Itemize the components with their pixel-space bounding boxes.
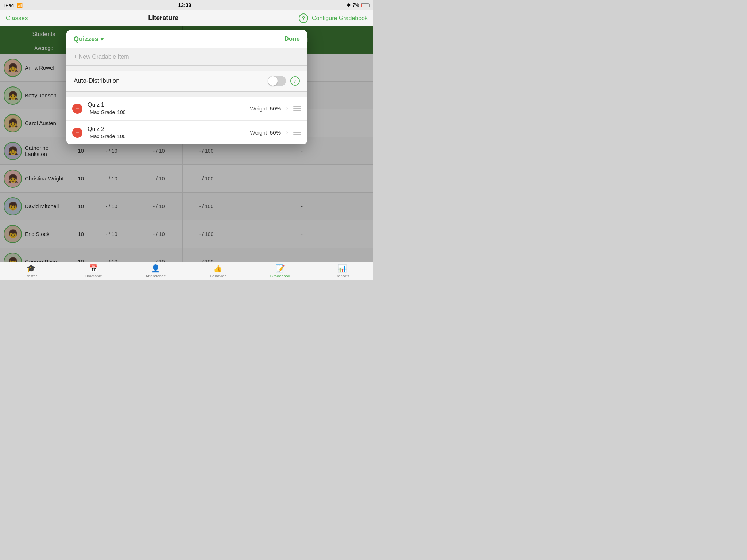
tab-roster[interactable]: 🎓 Roster xyxy=(0,262,62,280)
status-right: ✱ 7% xyxy=(347,3,369,8)
spacer2 xyxy=(66,92,307,97)
battery-label: 7% xyxy=(353,3,359,8)
behavior-icon: 👍 xyxy=(213,264,222,273)
gradebook-icon: 📝 xyxy=(276,264,285,273)
timetable-icon: 📅 xyxy=(89,264,98,273)
new-item-section: + New Gradable Item xyxy=(66,48,307,66)
tab-attendance-label: Attendance xyxy=(146,274,166,278)
quiz1-weight-label: Weight xyxy=(250,105,267,112)
tab-gradebook[interactable]: 📝 Gradebook xyxy=(249,262,311,280)
tab-roster-label: Roster xyxy=(25,274,37,278)
delete-quiz1-button[interactable]: − xyxy=(72,104,82,114)
quiz-items-section: − Quiz 1 Max Grade100 Weight 50% › xyxy=(66,97,307,144)
info-icon[interactable]: i xyxy=(290,76,300,86)
quiz-modal: Quizzes ▾ Done + New Gradable Item Auto-… xyxy=(66,30,307,144)
main-content: Students Average 👧 Anna Rowell 10 👧 Bett… xyxy=(0,26,374,262)
quiz1-maxgrade: Max Grade100 xyxy=(88,109,245,115)
auto-dist-controls: i xyxy=(268,76,300,86)
quiz1-info: Quiz 1 Max Grade100 xyxy=(88,102,245,115)
quiz2-weight: Weight 50% xyxy=(250,129,281,136)
auto-distribution-section: Auto-Distribution i xyxy=(66,71,307,92)
new-gradable-item-button[interactable]: + New Gradable Item xyxy=(74,54,129,60)
toggle-thumb xyxy=(268,76,278,86)
ipad-label: iPad xyxy=(4,3,14,8)
classes-back-button[interactable]: Classes xyxy=(6,15,28,22)
quiz2-maxgrade: Max Grade100 xyxy=(88,133,245,139)
reports-icon: 📊 xyxy=(338,264,347,273)
nav-right: ? Configure Gradebook xyxy=(299,13,368,23)
tab-reports-label: Reports xyxy=(335,274,349,278)
configure-gradebook-button[interactable]: Configure Gradebook xyxy=(312,15,368,22)
bluetooth-icon: ✱ xyxy=(347,3,351,8)
quiz1-name: Quiz 1 xyxy=(88,102,245,108)
delete-quiz2-button[interactable]: − xyxy=(72,128,82,138)
quiz-item-2: − Quiz 2 Max Grade100 Weight 50% › xyxy=(66,121,307,144)
tab-behavior-label: Behavior xyxy=(210,274,226,278)
quiz2-name: Quiz 2 xyxy=(88,126,245,132)
quiz2-drag-handle[interactable] xyxy=(293,131,301,135)
spacer1 xyxy=(66,66,307,71)
tab-bar: 🎓 Roster 📅 Timetable 👤 Attendance 👍 Beha… xyxy=(0,262,374,280)
quiz2-weight-value: 50% xyxy=(270,129,281,136)
quiz1-weight-value: 50% xyxy=(270,105,281,112)
quiz-item-1: − Quiz 1 Max Grade100 Weight 50% › xyxy=(66,97,307,121)
auto-distribution-label: Auto-Distribution xyxy=(74,77,120,85)
roster-icon: 🎓 xyxy=(27,264,36,273)
wifi-icon: 📶 xyxy=(17,3,23,8)
attendance-icon: 👤 xyxy=(151,264,160,273)
quiz1-weight: Weight 50% xyxy=(250,105,281,112)
quiz2-chevron-icon[interactable]: › xyxy=(286,129,288,136)
tab-attendance[interactable]: 👤 Attendance xyxy=(124,262,187,280)
tab-gradebook-label: Gradebook xyxy=(270,274,290,278)
done-button[interactable]: Done xyxy=(285,35,300,43)
modal-overlay: Quizzes ▾ Done + New Gradable Item Auto-… xyxy=(0,26,374,262)
page-title: Literature xyxy=(148,14,178,22)
quiz2-info: Quiz 2 Max Grade100 xyxy=(88,126,245,139)
quiz2-weight-label: Weight xyxy=(250,129,267,136)
status-time: 12:39 xyxy=(178,2,191,8)
battery-icon xyxy=(361,3,369,7)
tab-reports[interactable]: 📊 Reports xyxy=(311,262,374,280)
nav-bar: Classes Literature ? Configure Gradebook xyxy=(0,10,374,26)
quiz1-drag-handle[interactable] xyxy=(293,106,301,111)
quiz1-chevron-icon[interactable]: › xyxy=(286,105,288,112)
quizzes-dropdown-button[interactable]: Quizzes ▾ xyxy=(74,35,104,43)
help-button[interactable]: ? xyxy=(299,13,308,23)
tab-timetable-label: Timetable xyxy=(85,274,102,278)
status-left: iPad 📶 xyxy=(4,3,23,8)
nav-left[interactable]: Classes xyxy=(6,15,28,22)
tab-timetable[interactable]: 📅 Timetable xyxy=(62,262,125,280)
tab-behavior[interactable]: 👍 Behavior xyxy=(187,262,249,280)
status-bar: iPad 📶 12:39 ✱ 7% xyxy=(0,0,374,10)
auto-distribution-toggle[interactable] xyxy=(268,76,286,86)
modal-header: Quizzes ▾ Done xyxy=(66,30,307,48)
